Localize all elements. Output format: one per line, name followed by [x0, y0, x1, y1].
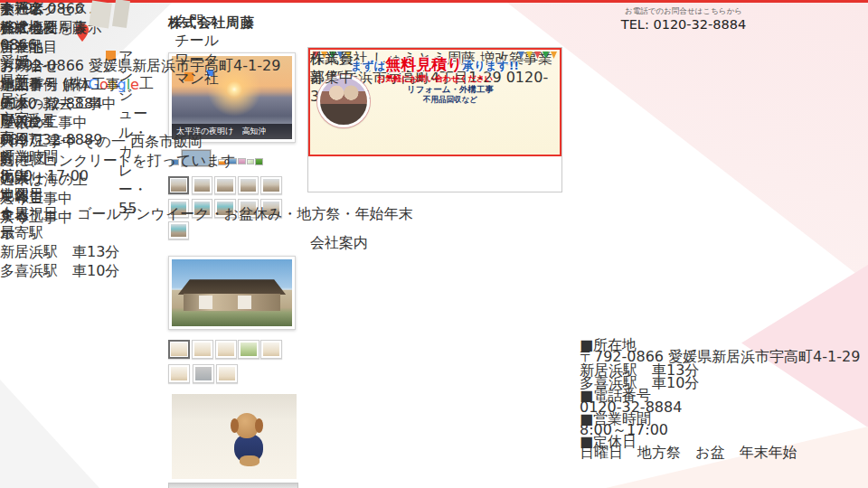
dog-thumb[interactable] [215, 340, 237, 359]
sidebar-item-blog-4[interactable]: 庭に、コンクリートを打っています [0, 152, 236, 171]
photo-dog [172, 394, 297, 479]
contact-note: お電話でのお問合せはこちらから [593, 6, 774, 17]
contact-phone: TEL: 0120-32-8884 [584, 17, 783, 32]
table-row: 最寄駅 新居浜駅 車13分多喜浜駅 車10分 [0, 224, 412, 281]
sidebar-item-blog-2[interactable]: 屋根の工事中 [0, 114, 236, 133]
access-holiday: 日曜日 地方祭 お盆 年末年始 [580, 444, 797, 463]
house-roof [178, 279, 287, 295]
house-wall [184, 294, 279, 311]
dog-thumb[interactable] [168, 364, 190, 383]
banner-roof-shape [489, 82, 560, 126]
sidebar-item-services[interactable]: 営業品目 [0, 38, 236, 57]
mini-map-info-card: 〒792-0866 ... 拡大地図を表示 [0, 0, 102, 38]
bg-diagonal-bottomleft [0, 380, 99, 488]
dog-thumb[interactable] [260, 340, 282, 359]
sidebar-item-blog-6[interactable]: 只今工事中 [0, 190, 236, 209]
dog-thumb-selected[interactable] [168, 340, 190, 359]
sidebar-item-blog-7[interactable]: 只今工事中 [0, 209, 236, 228]
next-photo-edge [168, 483, 298, 488]
dog-thumb[interactable] [238, 340, 259, 359]
map-block [89, 1, 112, 29]
nearest-stations: 新居浜駅 車13分多喜浜駅 車10分 [0, 243, 412, 281]
dog-thumb[interactable] [193, 364, 214, 383]
dog-head [235, 413, 259, 438]
sidebar-item-blog-3[interactable]: 只今 工事中 その一 西条市飯岡 [0, 133, 236, 152]
bg-triangle-right [741, 265, 868, 427]
mini-map-expand-link[interactable]: 拡大地図を表示 [0, 19, 102, 38]
sidebar-item-works[interactable]: 施工事例 解体工事 [0, 76, 236, 95]
sidebar-item-contact[interactable]: お問合せ [0, 57, 236, 76]
sidebar-item-blog-5[interactable]: 週末は海の上 [0, 171, 236, 190]
dog-image [172, 394, 297, 479]
sidebar-item-blog-1[interactable]: 庭木の撤去工事中 [0, 95, 236, 114]
page: 株式会社周藤 お電話でのお問合せはこちらから TEL: 0120-32-8884… [0, 0, 868, 488]
dog-thumb[interactable] [216, 364, 238, 383]
dog-paw [240, 455, 259, 466]
dog-thumb[interactable] [192, 340, 213, 359]
sidebar-mini-map[interactable]: 〒792-0866 ... 拡大地図を表示 [0, 0, 102, 38]
mini-map-address: 〒792-0866 ... [0, 0, 102, 19]
